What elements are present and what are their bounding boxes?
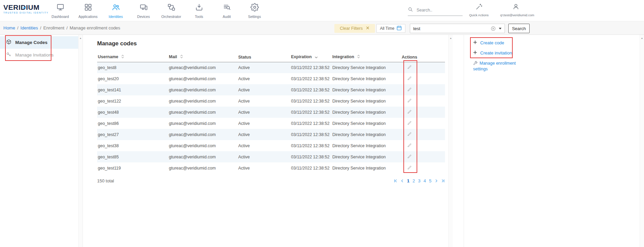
column-header-integration[interactable]: Integration xyxy=(332,52,401,62)
table-row: geo_test141 gtureac@veridiumid.com Activ… xyxy=(97,84,445,95)
breadcrumb-separator: / xyxy=(40,25,41,30)
nav-label: Applications xyxy=(79,15,98,19)
edit-pencil-icon[interactable] xyxy=(407,76,412,81)
nav-item-devices[interactable]: Devices xyxy=(130,0,157,21)
column-header-username[interactable]: Username xyxy=(97,52,168,62)
cell-mail: gtureac@veridiumid.com xyxy=(168,140,238,151)
page-number-5[interactable]: 5 xyxy=(429,178,431,183)
global-search-input[interactable] xyxy=(417,8,457,13)
page-number-3[interactable]: 3 xyxy=(418,178,420,183)
manage-enrollment-settings-link[interactable]: Manage enrollment settings xyxy=(473,61,518,72)
user-avatar-icon xyxy=(512,5,519,11)
cell-expiration: 03/11/2022 12:38:52 xyxy=(290,140,332,151)
cell-status: Active xyxy=(238,107,290,118)
audit-icon xyxy=(223,3,231,13)
scroll-up-icon[interactable]: ▲ xyxy=(79,35,83,39)
search-icon xyxy=(408,7,413,14)
settings-gear-icon xyxy=(250,3,259,13)
table-row: geo_test20 gtureac@veridiumid.com Active… xyxy=(97,73,445,84)
app-window: VERIDIUM TRUSTED DIGITAL IDENTITY Dashbo… xyxy=(0,0,644,247)
scroll-up-icon[interactable]: ▲ xyxy=(449,35,453,39)
edit-pencil-icon[interactable] xyxy=(407,98,412,103)
right-panel-scrollbar[interactable]: ▲ xyxy=(640,35,644,247)
next-page-icon[interactable] xyxy=(435,179,438,183)
clear-filters-button[interactable]: Clear Filters xyxy=(334,24,375,33)
edit-pencil-icon[interactable] xyxy=(407,87,412,92)
user-menu[interactable]: q'ctest@veridiumid.com xyxy=(500,3,531,17)
clear-input-icon[interactable] xyxy=(491,26,496,31)
nav-label: Dashboard xyxy=(51,15,69,19)
cell-status: Active xyxy=(238,129,290,140)
cell-mail: gtureac@veridiumid.com xyxy=(168,107,238,118)
sidebar-item-manage-codes[interactable]: Manage Codes xyxy=(0,36,79,49)
sidebar-item-label: Manage Invitations xyxy=(15,52,53,58)
edit-pencil-icon[interactable] xyxy=(407,109,412,114)
column-header-mail[interactable]: Mail xyxy=(168,52,238,62)
last-page-icon[interactable] xyxy=(441,179,445,183)
edit-pencil-icon[interactable] xyxy=(407,165,412,170)
nav-item-dashboard[interactable]: Dashboard xyxy=(46,0,74,21)
create-code-label: Create code xyxy=(480,40,504,45)
nav-item-identities[interactable]: Identities xyxy=(102,0,130,21)
orchestrator-icon xyxy=(167,3,176,13)
cell-mail: gtureac@veridiumid.com xyxy=(168,118,238,129)
nav-label: Audit xyxy=(223,15,231,19)
cell-mail: gtureac@veridiumid.com xyxy=(168,62,238,73)
breadcrumb-home[interactable]: Home xyxy=(3,25,15,30)
cell-username: geo_test38 xyxy=(97,140,168,151)
create-invitation-link[interactable]: Create invitation xyxy=(473,50,520,55)
create-code-link[interactable]: Create code xyxy=(473,40,520,45)
cell-integration: Directory Service Integration xyxy=(332,151,401,162)
nav-label: Settings xyxy=(248,15,261,19)
main-nav: Dashboard Applications Identities Device… xyxy=(46,0,268,21)
left-sidebar: Manage Codes Manage Invitations ▲ xyxy=(0,35,83,247)
edit-pencil-icon[interactable] xyxy=(407,143,412,148)
page-number-4[interactable]: 4 xyxy=(424,178,426,183)
page-number-1[interactable]: 1 xyxy=(407,178,409,183)
edit-pencil-icon[interactable] xyxy=(407,65,412,69)
cell-mail: gtureac@veridiumid.com xyxy=(168,95,238,107)
edit-pencil-icon[interactable] xyxy=(407,154,412,159)
cell-username: geo_test86 xyxy=(97,118,168,129)
column-label: Expiration xyxy=(291,54,312,59)
cell-mail: gtureac@veridiumid.com xyxy=(168,73,238,84)
veridium-logo[interactable]: VERIDIUM TRUSTED DIGITAL IDENTITY xyxy=(3,4,51,14)
nav-item-applications[interactable]: Applications xyxy=(74,0,102,21)
edit-pencil-icon[interactable] xyxy=(407,132,412,136)
cell-mail: gtureac@veridiumid.com xyxy=(168,129,238,140)
table-row: geo_test85 gtureac@veridiumid.com Active… xyxy=(97,151,445,162)
breadcrumb-current: Manage enrollment codes xyxy=(70,25,120,30)
column-label: Username xyxy=(98,54,118,59)
search-button[interactable]: Search xyxy=(508,24,530,33)
nav-item-audit[interactable]: Audit xyxy=(213,0,241,21)
quick-actions-button[interactable]: Quick Actions xyxy=(468,3,489,17)
table-footer: 150 total 1 2 3 4 5 xyxy=(97,178,445,183)
scroll-up-icon[interactable]: ▲ xyxy=(640,35,644,39)
edit-pencil-icon[interactable] xyxy=(407,120,412,125)
filter-search-input[interactable] xyxy=(413,26,491,31)
cell-username: geo_test85 xyxy=(97,151,168,162)
breadcrumb-separator: / xyxy=(66,25,68,30)
page-number-2[interactable]: 2 xyxy=(413,178,415,183)
sidebar-scrollbar[interactable]: ▲ xyxy=(78,35,83,247)
nav-label: Tools xyxy=(195,15,203,19)
table-row: geo_test8 gtureac@veridiumid.com Active … xyxy=(97,62,445,73)
cell-mail: gtureac@veridiumid.com xyxy=(168,84,238,95)
breadcrumb-identities[interactable]: Identities xyxy=(20,25,38,30)
time-range-filter[interactable]: All Time xyxy=(376,24,405,33)
prev-page-icon[interactable] xyxy=(400,179,404,183)
chevron-down-icon[interactable] xyxy=(499,28,502,29)
cell-expiration: 03/11/2022 12:38:52 xyxy=(290,73,332,84)
column-header-expiration[interactable]: Expiration xyxy=(290,52,332,62)
cell-status: Active xyxy=(238,84,290,95)
cell-username: geo_test122 xyxy=(97,95,168,107)
table-row: geo_test27 gtureac@veridiumid.com Active… xyxy=(97,129,445,140)
table-row: geo_test119 gtureac@veridiumid.com Activ… xyxy=(97,162,445,174)
nav-item-orchestrator[interactable]: Orchestrator xyxy=(157,0,185,21)
nav-item-settings[interactable]: Settings xyxy=(241,0,268,21)
table-row: geo_test122 gtureac@veridiumid.com Activ… xyxy=(97,95,445,107)
first-page-icon[interactable] xyxy=(394,179,397,183)
sidebar-item-manage-invitations[interactable]: Manage Invitations xyxy=(0,49,79,61)
nav-item-tools[interactable]: Tools xyxy=(185,0,213,21)
main-scrollbar[interactable]: ▲ xyxy=(448,35,453,247)
